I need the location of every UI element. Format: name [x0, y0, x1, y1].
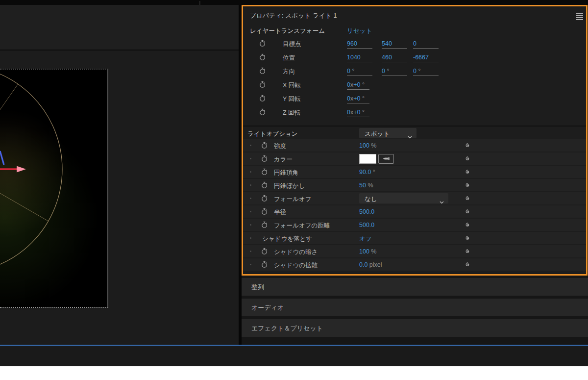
value-underline — [413, 48, 439, 49]
value-field[interactable]: 0 ° — [382, 68, 389, 75]
value-field[interactable]: -6667 — [413, 54, 429, 61]
rotation-degree-unit: ° — [360, 95, 364, 102]
rotation-degrees: +0 — [353, 109, 360, 116]
stopwatch-icon[interactable] — [259, 81, 266, 90]
value-underline — [413, 76, 439, 76]
value-field[interactable]: 100 % — [359, 142, 376, 149]
value-field[interactable]: 0 ° — [347, 68, 354, 75]
properties-panel: プロパティ: スポット ライト 1 レイヤートランスフォーム リセット 目標点9… — [242, 5, 588, 276]
value-number: 500.0 — [359, 208, 374, 215]
property-row: フォールオフなし — [242, 192, 588, 204]
rotation-value-field[interactable]: 0x+0 ° — [347, 109, 365, 116]
stopwatch-icon[interactable] — [261, 248, 268, 257]
stopwatch-icon[interactable] — [261, 142, 268, 151]
stopwatch-icon[interactable] — [261, 155, 268, 164]
pick-whip-spiral-icon[interactable] — [464, 248, 471, 257]
property-label: 円錐頂角 — [274, 169, 298, 177]
rotation-revolutions: 0 — [347, 95, 350, 102]
light-type-dropdown[interactable]: スポット — [359, 128, 416, 138]
property-label: カラー — [274, 155, 293, 164]
stopwatch-icon[interactable] — [261, 168, 268, 177]
collapsed-panel-align[interactable]: 整列 — [242, 278, 588, 296]
value-field[interactable]: 90.0 ° — [359, 169, 375, 176]
value-field[interactable]: 0.0 pixel — [359, 261, 382, 268]
pick-whip-spiral-icon[interactable] — [464, 142, 471, 151]
stopwatch-icon[interactable] — [261, 208, 268, 217]
pick-whip-spiral-icon[interactable] — [464, 155, 471, 164]
value-field[interactable]: 50 % — [359, 182, 373, 189]
rotation-value-field[interactable]: 0x+0 ° — [347, 95, 365, 102]
transform-row: Z 回転0x+0 ° — [242, 105, 585, 119]
value-field[interactable]: 960 — [347, 40, 357, 47]
property-label: フォールオフ — [274, 195, 311, 203]
keyframe-dot — [250, 171, 251, 173]
pick-whip-spiral-icon[interactable] — [464, 168, 471, 177]
value-field[interactable]: オフ — [359, 235, 372, 243]
falloff-dropdown[interactable]: なし — [359, 193, 448, 203]
pick-whip-spiral-icon[interactable] — [464, 208, 471, 217]
value-field[interactable]: 0 — [413, 40, 416, 47]
property-label: シャドウの拡散 — [274, 261, 318, 270]
panel-menu-icon[interactable] — [576, 13, 583, 20]
app-background: プロパティ: スポット ライト 1 レイヤートランスフォーム リセット 目標点9… — [0, 0, 588, 366]
value-field[interactable]: 500.0 — [359, 208, 374, 215]
collapsed-panel-audio[interactable]: オーディオ — [242, 299, 588, 316]
value-underline — [347, 48, 372, 49]
rotation-value-field[interactable]: 0x+0 ° — [347, 81, 365, 88]
property-row: カラー — [242, 152, 588, 165]
value-unit: ° — [350, 68, 354, 75]
property-row: 円錐ぼかし50 % — [242, 179, 588, 191]
reset-button[interactable]: リセット — [347, 27, 372, 35]
screenshot-white-margin — [0, 366, 588, 380]
stopwatch-icon[interactable] — [259, 53, 266, 63]
value-underline — [347, 103, 369, 103]
value-field[interactable]: 100 % — [359, 248, 376, 255]
pick-whip-spiral-icon[interactable] — [464, 221, 471, 230]
pick-whip-spiral-icon[interactable] — [464, 261, 471, 270]
value-field[interactable]: 460 — [382, 54, 392, 61]
stopwatch-icon[interactable] — [261, 181, 268, 191]
value-unit: pixel — [368, 261, 382, 268]
eyedropper-button[interactable] — [378, 154, 394, 164]
rotation-degree-unit: ° — [360, 109, 364, 116]
transform-rows: 目標点9605400位置1040460-6667方向0 °0 °0 °X 回転0… — [242, 37, 585, 133]
property-label: 円錐ぼかし — [274, 182, 305, 190]
property-row: シャドウを落とすオフ — [242, 232, 588, 244]
property-row: 強度100 % — [242, 139, 588, 152]
pick-whip-spiral-icon[interactable] — [464, 234, 471, 244]
stopwatch-icon[interactable] — [261, 261, 268, 270]
transform-row: 目標点9605400 — [242, 37, 585, 51]
value-field[interactable]: 1040 — [347, 54, 361, 61]
color-swatch[interactable] — [359, 154, 376, 164]
value-number: 540 — [382, 40, 392, 47]
property-label: Y 回転 — [283, 95, 301, 103]
transform-row: 方向0 °0 °0 ° — [242, 64, 585, 78]
property-label: フォールオフの距離 — [274, 222, 330, 230]
value-number: 0 — [382, 68, 385, 75]
stopwatch-icon[interactable] — [261, 221, 268, 230]
stopwatch-icon[interactable] — [261, 195, 268, 204]
property-label: 方向 — [283, 68, 295, 76]
stopwatch-icon[interactable] — [259, 95, 266, 104]
stopwatch-icon[interactable] — [259, 40, 266, 49]
value-number: 0 — [413, 40, 416, 47]
rotation-revolutions: 0 — [347, 109, 350, 116]
value-field[interactable]: 500.0 — [359, 222, 374, 228]
top-strip — [0, 0, 588, 5]
value-underline — [347, 62, 372, 62]
pick-whip-spiral-icon[interactable] — [464, 195, 471, 204]
keyframe-dot — [250, 264, 251, 265]
collapsed-panel-label: オーディオ — [251, 304, 284, 312]
collapsed-panel-effects-presets[interactable]: エフェクト＆プリセット — [242, 319, 588, 337]
comp-viewport[interactable] — [0, 69, 108, 308]
section-separator — [242, 126, 588, 127]
pick-whip-spiral-icon[interactable] — [464, 181, 471, 191]
stopwatch-icon[interactable] — [259, 108, 266, 118]
value-underline — [382, 48, 407, 49]
keyframe-dot — [250, 237, 251, 239]
property-row: 円錐頂角90.0 ° — [242, 166, 588, 178]
value-field[interactable]: 540 — [382, 40, 392, 47]
transform-row: 位置1040460-6667 — [242, 51, 585, 64]
stopwatch-icon[interactable] — [259, 67, 266, 76]
value-field[interactable]: 0 ° — [413, 68, 420, 75]
